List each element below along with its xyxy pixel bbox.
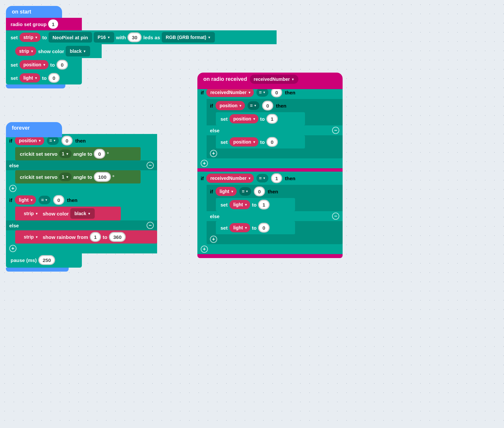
strip-var-arrow: ▼ (35, 36, 38, 39)
if-pos-nested-val[interactable]: 0 (262, 101, 273, 111)
if-recv-0-var[interactable]: receivedNumber ▼ (206, 88, 254, 97)
plus-btn-recv-0[interactable]: + (201, 160, 208, 167)
spacer-1 (197, 168, 343, 172)
if-recv-0-op[interactable]: = ▼ (256, 88, 268, 97)
else-bar-nested-1: else − (207, 125, 343, 135)
on-start-label: on start (12, 9, 31, 15)
if-recv-1-top: if receivedNumber ▼ = ▼ 1 then (197, 172, 343, 185)
servo-num-1[interactable]: 1 ▼ (59, 149, 72, 158)
if-light-nested-val[interactable]: 0 (254, 186, 265, 196)
if-pos-op[interactable]: = ▼ (47, 136, 59, 145)
plus-row-nested-1: + (207, 148, 343, 158)
if-light-nested-var[interactable]: light ▼ (216, 187, 236, 196)
position-val[interactable]: 0 (56, 60, 68, 70)
if-light-var[interactable]: light ▼ (15, 195, 36, 205)
plus-btn-nested-2[interactable]: + (210, 236, 217, 243)
neopixel-dropdown[interactable]: NeoPixel at pin (49, 32, 92, 43)
set-strip-block: set strip ▼ to NeoPixel at pin P16 ▼ wit… (6, 30, 277, 44)
if-light-nested-op[interactable]: = ▼ (239, 187, 251, 196)
servo-angle-100[interactable]: 100 (94, 172, 111, 182)
if-pos-val[interactable]: 0 (61, 136, 73, 146)
on-start-cap (6, 84, 65, 88)
on-start-hat: on start (6, 6, 62, 18)
if-recv-0-outer: if receivedNumber ▼ = ▼ 0 then (197, 86, 343, 168)
if-light-val[interactable]: 0 (53, 195, 64, 205)
if-position-outer: if position ▼ = ▼ 0 then crickit set ser… (6, 134, 157, 193)
strip-show-black-block: strip ▼ show color black ▼ (15, 207, 121, 220)
strip-var-pill[interactable]: strip ▼ (19, 33, 41, 42)
else-pos-0-inner: set position ▼ to 0 (216, 135, 343, 148)
plus-btn-recv-1[interactable]: + (201, 246, 208, 253)
pause-block: pause (ms) 250 (6, 253, 82, 268)
if-pos-var[interactable]: position ▼ (15, 136, 44, 145)
set-pos-1-inner: set position ▼ to 1 (216, 112, 343, 125)
set-pos-0-val[interactable]: 0 (266, 137, 278, 147)
set-light-1-var[interactable]: light ▼ (229, 200, 250, 209)
else-minus-nested-1[interactable]: − (332, 127, 339, 134)
on-radio-hat: on radio received receivedNumber ▼ (197, 73, 343, 86)
set-position-1-block: set position ▼ to 1 (216, 112, 305, 125)
set-light-0-val[interactable]: 0 (258, 223, 269, 233)
set-pos-1-val[interactable]: 1 (266, 114, 278, 124)
crickit-servo-100-block: crickit set servo 1 ▼ angle to 100 ° (15, 170, 141, 183)
light-var-pill[interactable]: light ▼ (19, 73, 40, 82)
leds-count[interactable]: 30 (127, 32, 142, 42)
radio-group-value[interactable]: 1 (48, 19, 58, 29)
else-bar-1: else − (6, 160, 157, 170)
plus-btn-1[interactable]: + (9, 185, 17, 192)
if-pos-nested-op[interactable]: = ▼ (248, 101, 259, 110)
if-pos-inner: crickit set servo 1 ▼ angle to 0 ° (15, 147, 157, 160)
on-radio-group: on radio received receivedNumber ▼ if re… (197, 73, 343, 258)
set-light-0-var[interactable]: light ▼ (229, 223, 250, 232)
set-pos-1-var[interactable]: position ▼ (229, 114, 258, 123)
on-radio-body: if receivedNumber ▼ = ▼ 0 then (197, 86, 343, 258)
color-dropdown[interactable]: black ▼ (66, 46, 90, 56)
strip-show-color-block: strip ▼ show color black ▼ (6, 44, 102, 58)
received-number-hat-dropdown[interactable]: receivedNumber ▼ (250, 75, 299, 84)
servo-angle-0[interactable]: 0 (94, 149, 105, 159)
radio-set-group-label: radio set group (11, 21, 47, 27)
set-pos-0-var[interactable]: position ▼ (229, 137, 258, 147)
format-dropdown[interactable]: RGB (GRB format) ▼ (162, 32, 215, 43)
servo-num-2[interactable]: 1 ▼ (59, 173, 72, 181)
if-light-op[interactable]: = ▼ (39, 196, 50, 204)
leds-as-label: leds as (143, 35, 160, 40)
plus-btn-nested-1[interactable]: + (210, 150, 217, 157)
show-color-black[interactable]: black ▼ (70, 208, 95, 219)
if-pos-nested-var[interactable]: position ▼ (216, 101, 245, 110)
strip-show-inner-var[interactable]: strip ▼ (20, 209, 41, 218)
set-light-1-block: set light ▼ to 1 (216, 198, 295, 211)
plus-row-nested-2: + (207, 234, 343, 244)
pause-val[interactable]: 250 (38, 255, 55, 265)
position-var-pill[interactable]: position ▼ (19, 60, 49, 69)
rainbow-from[interactable]: 1 (90, 232, 101, 242)
set-light-0-block: set light ▼ to 0 (216, 221, 295, 234)
forever-label: forever (12, 125, 30, 131)
set-strip-to-label: to (42, 35, 47, 40)
strip-show-var[interactable]: strip ▼ (15, 47, 36, 56)
if-pos-nested-top: if position ▼ = ▼ 0 then (207, 99, 343, 112)
else-minus-2[interactable]: − (147, 222, 154, 229)
if-recv-1-val[interactable]: 1 (271, 173, 282, 183)
crickit-servo-0-block: crickit set servo 1 ▼ angle to 0 ° (15, 147, 141, 160)
if-light-outer: if light ▼ = ▼ 0 then strip ▼ (6, 193, 157, 253)
forever-group: forever if position ▼ = ▼ 0 then (6, 122, 157, 272)
strip-rainbow-var[interactable]: strip ▼ (20, 232, 41, 242)
else-minus-1[interactable]: − (147, 162, 154, 169)
plus-btn-2[interactable]: + (9, 245, 17, 252)
else-pos-inner: crickit set servo 1 ▼ angle to 100 ° (15, 170, 157, 183)
else-minus-nested-2[interactable]: − (332, 213, 339, 220)
rainbow-to[interactable]: 360 (109, 232, 126, 242)
if-recv-1-op[interactable]: = ▼ (256, 174, 268, 182)
light-val[interactable]: 0 (48, 73, 59, 83)
plus-row-recv-1: + (197, 244, 343, 254)
plus-row-recv-0: + (197, 158, 343, 168)
pin-dropdown[interactable]: P16 ▼ (94, 32, 115, 43)
set-strip-set-label: set (11, 35, 18, 40)
set-light-1-val[interactable]: 1 (258, 200, 269, 210)
workspace: on start radio set group 1 set strip ▼ t… (0, 0, 504, 428)
set-light-block: set light ▼ to 0 (6, 71, 82, 84)
else-light-0-inner: set light ▼ to 0 (216, 221, 343, 234)
else-light-inner: strip ▼ show rainbow from 1 to 360 (15, 230, 157, 244)
if-recv-1-var[interactable]: receivedNumber ▼ (206, 174, 254, 183)
